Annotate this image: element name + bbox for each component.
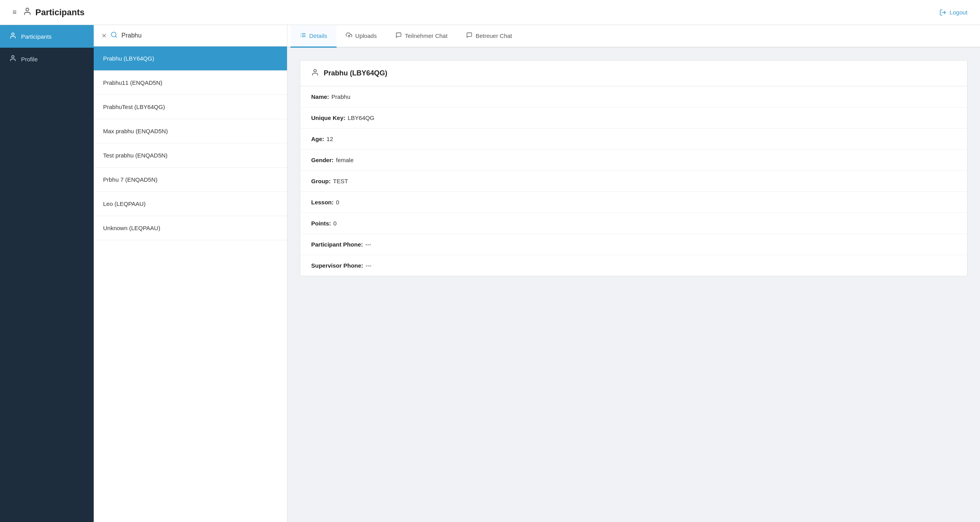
field-group: Group: TEST <box>300 171 967 192</box>
main-layout: Participants Profile ✕ Prabhu (LBY64QG) … <box>0 25 980 522</box>
detail-card: Prabhu (LBY64QG) Name: Prabhu Unique Key… <box>300 60 968 276</box>
sidebar-profile-label: Profile <box>21 56 38 63</box>
field-supervisor-phone: Supervisor Phone: --- <box>300 255 967 276</box>
svg-point-3 <box>12 55 14 58</box>
svg-point-0 <box>26 8 29 11</box>
betreuer-chat-icon <box>466 32 472 39</box>
sidebar-participants-label: Participants <box>21 33 52 40</box>
svg-point-2 <box>12 33 14 35</box>
teilnehmer-chat-icon <box>396 32 402 39</box>
field-lesson-label: Lesson: <box>311 199 334 206</box>
field-points: Points: 0 <box>300 213 967 234</box>
field-gender-value: female <box>336 157 354 163</box>
field-participant-phone-label: Participant Phone: <box>311 241 363 248</box>
list-item[interactable]: Prbhu 7 (ENQAD5N) <box>94 168 287 192</box>
tab-uploads-label: Uploads <box>355 32 377 39</box>
field-supervisor-phone-label: Supervisor Phone: <box>311 262 363 269</box>
tab-betreuer-chat[interactable]: Betreuer Chat <box>457 25 521 48</box>
detail-card-header: Prabhu (LBY64QG) <box>300 61 967 86</box>
field-name: Name: Prabhu <box>300 86 967 107</box>
field-group-label: Group: <box>311 178 331 184</box>
page-title: Participants <box>23 7 85 18</box>
search-input[interactable] <box>121 32 279 39</box>
list-item[interactable]: PrabhuTest (LBY64QG) <box>94 95 287 119</box>
page-title-text: Participants <box>36 7 85 18</box>
list-item[interactable]: Prabhu11 (ENQAD5N) <box>94 71 287 95</box>
field-name-label: Name: <box>311 93 329 100</box>
tab-uploads[interactable]: Uploads <box>337 25 386 48</box>
field-gender-label: Gender: <box>311 157 334 163</box>
field-age-label: Age: <box>311 136 324 142</box>
sidebar: Participants Profile <box>0 25 94 522</box>
field-lesson: Lesson: 0 <box>300 192 967 213</box>
search-bar: ✕ <box>94 25 287 46</box>
tab-details[interactable]: Details <box>290 25 337 48</box>
field-group-value: TEST <box>333 178 348 184</box>
participants-title-icon <box>23 7 32 18</box>
details-tab-icon <box>300 32 306 39</box>
list-item[interactable]: Unknown (LEQPAAU) <box>94 216 287 240</box>
participant-list: Prabhu (LBY64QG) Prabhu11 (ENQAD5N) Prab… <box>94 46 287 522</box>
list-item[interactable]: Leo (LEQPAAU) <box>94 192 287 216</box>
field-name-value: Prabhu <box>331 93 350 100</box>
top-header: ≡ Participants Logout <box>0 0 980 25</box>
detail-content: Prabhu (LBY64QG) Name: Prabhu Unique Key… <box>287 48 980 522</box>
detail-panel: Details Uploads Teilnehmer Chat Betreuer… <box>287 25 980 522</box>
tab-teilnehmer-chat-label: Teilnehmer Chat <box>405 32 447 39</box>
sidebar-item-participants[interactable]: Participants <box>0 25 94 48</box>
list-item[interactable]: Prabhu (LBY64QG) <box>94 46 287 71</box>
field-age-value: 12 <box>326 136 333 142</box>
field-gender: Gender: female <box>300 150 967 171</box>
tab-teilnehmer-chat[interactable]: Teilnehmer Chat <box>386 25 457 48</box>
search-panel: ✕ Prabhu (LBY64QG) Prabhu11 (ENQAD5N) Pr… <box>94 25 287 522</box>
logout-icon <box>939 9 946 16</box>
field-unique-key-label: Unique Key: <box>311 114 346 121</box>
detail-card-title: Prabhu (LBY64QG) <box>324 69 387 77</box>
menu-icon[interactable]: ≡ <box>12 8 17 16</box>
tab-details-label: Details <box>309 32 327 39</box>
search-icon <box>110 31 118 40</box>
field-lesson-value: 0 <box>336 199 339 206</box>
tabs-bar: Details Uploads Teilnehmer Chat Betreuer… <box>287 25 980 48</box>
field-points-label: Points: <box>311 220 331 227</box>
list-item[interactable]: Test prabhu (ENQAD5N) <box>94 143 287 168</box>
detail-fields: Name: Prabhu Unique Key: LBY64QG Age: 12… <box>300 86 967 276</box>
logout-label: Logout <box>950 9 968 16</box>
field-unique-key: Unique Key: LBY64QG <box>300 107 967 129</box>
profile-icon <box>9 55 16 63</box>
header-left: ≡ Participants <box>12 7 84 18</box>
sidebar-item-profile[interactable]: Profile <box>0 48 94 70</box>
field-supervisor-phone-value: --- <box>365 262 371 269</box>
uploads-tab-icon <box>346 32 352 39</box>
field-unique-key-value: LBY64QG <box>348 114 374 121</box>
list-item[interactable]: Max prabhu (ENQAD5N) <box>94 119 287 143</box>
field-participant-phone: Participant Phone: --- <box>300 234 967 255</box>
tab-betreuer-chat-label: Betreuer Chat <box>476 32 512 39</box>
logout-button[interactable]: Logout <box>939 9 968 16</box>
field-points-value: 0 <box>333 220 337 227</box>
field-participant-phone-value: --- <box>365 241 371 248</box>
field-age: Age: 12 <box>300 129 967 150</box>
close-search-icon[interactable]: ✕ <box>102 32 107 39</box>
svg-point-13 <box>314 70 317 72</box>
detail-header-icon <box>311 68 319 78</box>
svg-line-5 <box>115 36 116 37</box>
participants-icon <box>9 32 16 41</box>
